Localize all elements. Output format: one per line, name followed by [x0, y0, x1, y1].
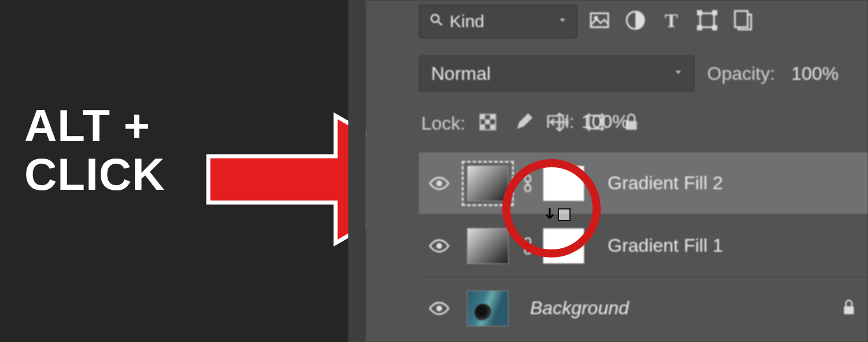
search-icon — [429, 12, 444, 31]
lock-label: Lock: — [421, 113, 465, 134]
svg-rect-6 — [700, 13, 714, 27]
layer-thumbnail-wrap[interactable] — [459, 222, 516, 270]
visibility-toggle[interactable] — [419, 297, 459, 320]
svg-point-32 — [436, 243, 442, 249]
svg-rect-7 — [698, 11, 701, 14]
filter-shape-icon[interactable] — [696, 9, 719, 34]
opacity-label[interactable]: Opacity: — [707, 63, 775, 84]
layer-name[interactable]: Gradient Fill 2 — [608, 172, 723, 194]
svg-rect-15 — [486, 119, 491, 124]
link-mask-icon[interactable] — [516, 175, 539, 192]
filter-adjustment-icon[interactable] — [624, 9, 647, 34]
layer-row-gradient-fill-1[interactable]: Gradient Fill 1 — [419, 214, 868, 277]
filter-kind-dropdown[interactable]: Kind — [419, 5, 578, 38]
layers-panel: Kind T Normal Opacity: 100% Lock: — [366, 0, 868, 342]
svg-rect-9 — [698, 26, 701, 30]
layer-mask-thumbnail[interactable] — [543, 228, 584, 264]
layer-thumbnail-wrap[interactable] — [459, 285, 516, 332]
lock-row: Lock: Fill: 100% — [421, 111, 642, 135]
link-mask-icon[interactable] — [516, 237, 539, 255]
layers-list: Gradient Fill 2 Gradient Fill 1 Backgrou… — [419, 152, 868, 339]
svg-rect-11 — [735, 11, 748, 27]
layer-filter-row: Kind T — [419, 5, 755, 38]
lock-pixels-icon[interactable] — [513, 111, 535, 135]
chevron-down-icon — [557, 15, 568, 28]
blend-opacity-row: Normal Opacity: 100% — [419, 56, 838, 91]
blend-mode-value: Normal — [431, 63, 491, 84]
selection-indicator — [462, 161, 514, 206]
caption-line-2: CLICK — [24, 150, 165, 198]
lock-transparency-icon[interactable] — [477, 111, 499, 135]
visibility-toggle[interactable] — [419, 172, 459, 195]
svg-text:T: T — [665, 10, 678, 31]
visibility-toggle[interactable] — [419, 234, 459, 258]
svg-rect-14 — [490, 115, 495, 120]
filter-kind-label: Kind — [450, 12, 484, 31]
caption-line-1: ALT + — [24, 101, 165, 150]
locked-icon[interactable] — [839, 297, 859, 319]
layer-row-background[interactable]: Background — [419, 277, 868, 339]
layer-mask-thumbnail[interactable] — [543, 166, 584, 201]
layer-row-gradient-fill-2[interactable]: Gradient Fill 2 — [419, 152, 868, 214]
panel-divider — [348, 0, 366, 342]
filter-type-icons: T — [588, 9, 755, 34]
opacity-value[interactable]: 100% — [791, 63, 838, 84]
svg-line-1 — [438, 21, 442, 25]
svg-point-28 — [436, 181, 442, 186]
layer-name[interactable]: Background — [530, 297, 629, 319]
chevron-down-icon — [673, 67, 683, 80]
gradient-thumbnail — [467, 228, 509, 264]
fill-label[interactable]: Fill: — [546, 111, 575, 133]
svg-rect-37 — [844, 306, 854, 314]
svg-point-0 — [431, 14, 439, 22]
svg-rect-17 — [490, 124, 495, 130]
instruction-caption: ALT + CLICK — [24, 101, 165, 198]
svg-rect-10 — [713, 26, 716, 30]
fill-value[interactable]: 100% — [582, 111, 629, 133]
svg-rect-13 — [480, 115, 486, 120]
layer-thumbnail-wrap[interactable] — [459, 160, 516, 207]
filter-pixel-icon[interactable] — [588, 9, 611, 34]
filter-type-icon[interactable]: T — [660, 9, 683, 34]
image-thumbnail — [467, 290, 509, 326]
svg-rect-8 — [713, 11, 716, 14]
layer-name[interactable]: Gradient Fill 1 — [608, 235, 723, 256]
svg-point-36 — [436, 306, 442, 311]
filter-smartobject-icon[interactable] — [731, 9, 755, 34]
blend-mode-dropdown[interactable]: Normal — [419, 56, 694, 91]
svg-rect-16 — [480, 124, 486, 130]
